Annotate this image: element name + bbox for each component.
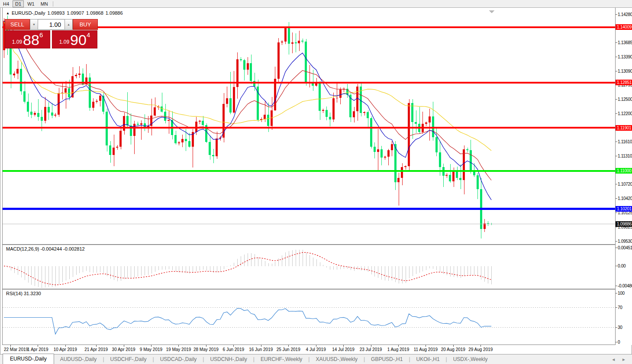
tabs-scroll-right-icon[interactable]: ► <box>622 357 626 362</box>
candle-bear <box>37 113 39 117</box>
candle-bear <box>109 145 111 155</box>
support-line <box>3 208 616 210</box>
candle-bull <box>363 112 365 113</box>
price-axis-tick <box>616 213 617 213</box>
collapse-triangle-icon[interactable]: ▲ <box>6 11 10 15</box>
price-axis-tick <box>616 42 617 43</box>
candle-bear <box>367 112 369 118</box>
macd-axis-label: -0.004804 <box>618 283 632 288</box>
candle-bear <box>301 41 303 42</box>
candle-bull <box>13 74 15 75</box>
arrow-up-icon: ▲ <box>67 23 70 26</box>
candle-bear <box>439 152 441 167</box>
volume-decrease-button[interactable]: ▼ <box>30 19 38 30</box>
date-axis-label: 6 Jun 2019 <box>223 347 245 352</box>
rsi-axis-label: 30 <box>618 325 622 330</box>
candle-bear <box>243 60 245 70</box>
price-axis-label: 1.13390 <box>618 55 632 59</box>
date-axis-tick <box>65 345 66 347</box>
candle-bull <box>140 123 142 125</box>
candle-bear <box>102 96 104 112</box>
macd-canvas[interactable] <box>3 245 616 289</box>
macd-axis-label: 0.00 <box>618 264 626 268</box>
candle-bear <box>305 42 307 83</box>
candle-bear <box>459 178 461 180</box>
candle-bull <box>178 142 180 143</box>
tab-usdcad-daily[interactable]: USDCAD-,Daily <box>154 355 203 364</box>
candle-bull <box>168 120 170 121</box>
candle-bull <box>391 144 393 150</box>
candle-bull <box>387 150 390 156</box>
candle-bull <box>75 75 77 76</box>
tab-eurchf-weekly[interactable]: EURCHF-,Weekly <box>255 355 308 364</box>
sell-button[interactable]: SELL <box>5 19 30 30</box>
rsi-value: 31.3230 <box>24 291 41 296</box>
candle-bull <box>284 28 287 42</box>
price-axis-label: 1.10420 <box>618 196 632 201</box>
volume-input[interactable] <box>38 19 64 30</box>
price-axis-tick <box>616 57 617 57</box>
tab-audusd-daily[interactable]: AUDUSD-,Daily <box>54 355 103 364</box>
date-axis-label: 22 Mar 2019 <box>4 347 28 352</box>
timeframe-button-d1[interactable]: D1 <box>13 0 24 7</box>
price-axis[interactable]: 1.142801.139851.136851.133901.130901.127… <box>615 8 632 345</box>
tab-ukoil-h1[interactable]: UKOil-,H1 <box>410 355 446 364</box>
sell-price-display[interactable]: 1.09 88 6 <box>5 30 50 48</box>
candle-bear <box>449 175 451 181</box>
candle-bear <box>470 150 472 170</box>
candle-bear <box>380 149 383 158</box>
timeframe-button-mn[interactable]: MN <box>38 0 51 7</box>
rsi-axis-tick <box>616 327 617 328</box>
tab-eurusd-daily[interactable]: EURUSD-,Daily <box>3 354 54 364</box>
tabs-scroll-left-icon[interactable]: ◄ <box>611 357 616 362</box>
candle-bull <box>401 167 403 178</box>
rsi-axis-tick <box>616 293 617 293</box>
volume-increase-button[interactable]: ▲ <box>64 19 73 30</box>
sell-price-prefix: 1.09 <box>12 39 22 45</box>
tab-usdcnh-daily[interactable]: USDCNH-,Daily <box>204 355 253 364</box>
chart-tab-bar: EURUSD-,DailyAUDUSD-,Daily|USDCHF-,Daily… <box>0 354 632 364</box>
candle-bear <box>288 28 290 44</box>
candle-bear <box>30 112 32 115</box>
timeframe-button-w1[interactable]: W1 <box>25 0 37 7</box>
date-axis-label: 30 Apr 2019 <box>112 347 135 352</box>
price-axis-tick <box>616 142 617 142</box>
date-axis-tick <box>178 345 179 347</box>
date-axis-tick <box>480 345 481 347</box>
date-axis-label: 28 May 2019 <box>193 347 219 352</box>
candle-bull <box>116 147 118 148</box>
tab-usdx-weekly[interactable]: USDX-,Weekly <box>447 355 494 364</box>
chart-header: ▲ EURUSD-,Daily 1.09893 1.09907 1.09868 … <box>6 10 123 16</box>
buy-price-big: 90 <box>70 33 87 46</box>
candle-bull <box>274 79 276 110</box>
candle-bull <box>99 96 101 101</box>
price-axis-tick <box>616 184 617 184</box>
tab-xauusd-weekly[interactable]: XAUUSD-,Weekly <box>310 355 363 364</box>
price-axis-tick <box>616 156 617 156</box>
price-axis-label: 1.13685 <box>618 40 632 45</box>
date-axis[interactable]: 22 Mar 20191 Apr 201910 Apr 201921 Apr 2… <box>2 345 615 354</box>
price-axis-label: 1.12200 <box>618 111 632 116</box>
tab-gbpusd-h1[interactable]: GBPUSD-,H1 <box>365 355 409 364</box>
timeframe-button-h4[interactable]: H4 <box>0 0 12 7</box>
buy-price-display[interactable]: 1.09 90 4 <box>52 30 97 48</box>
price-axis-tick <box>616 241 617 242</box>
date-axis-tick <box>316 345 316 347</box>
candle-bull <box>452 171 455 181</box>
symbol-period-label: EURUSD-,Daily <box>12 10 45 16</box>
rsi-canvas[interactable] <box>3 290 616 345</box>
price-axis-label: 1.11610 <box>618 139 632 144</box>
buy-button[interactable]: BUY <box>73 19 98 30</box>
candle-bull <box>291 42 293 44</box>
price-axis-tick <box>616 198 617 199</box>
tab-usdchf-daily[interactable]: USDCHF-,Daily <box>104 355 153 364</box>
candle-bull <box>397 178 400 182</box>
date-axis-label: 21 Apr 2019 <box>84 347 108 352</box>
ohlc-open: 1.09893 <box>48 10 65 16</box>
support-line <box>3 170 616 172</box>
price-axis-label: 1.10720 <box>618 182 632 187</box>
chart-plot-area[interactable]: ▲ EURUSD-,Daily 1.09893 1.09907 1.09868 … <box>2 8 615 345</box>
ohlc-low: 1.09868 <box>86 10 103 16</box>
candle-bull <box>332 98 335 119</box>
candle-bear <box>185 139 187 142</box>
